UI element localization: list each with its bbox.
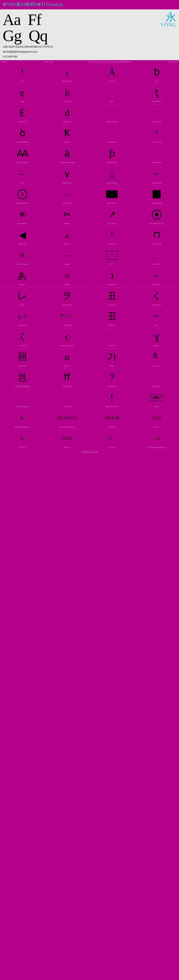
glyph-cell: 丑 CJK Strokes <box>90 288 134 308</box>
glyph-cell: ヲ Bopomofo Ext <box>45 288 90 308</box>
glyph-label: Cyrillic <box>20 100 25 104</box>
glyph-label: Katakana <box>64 284 70 287</box>
glyph-row: ζ Cyclic Ext B c Modifier Tone Letters ৎ… <box>0 328 179 348</box>
glyph-cell: ！ Half And Full Forms <box>90 389 134 409</box>
glyph-label: Cyclic Ext B <box>18 345 26 348</box>
glyph-cell: 岂 CJK Compat Ideographs <box>0 369 45 389</box>
glyph-cell: È Cyrillic Ext C <box>0 104 45 124</box>
glyph-symbol: アパト <box>59 309 75 324</box>
glyph-symbol: c <box>65 329 69 344</box>
glyph-row: 岂 CJK Compat Ideographs ﬀ Alphabetic PF … <box>0 369 179 389</box>
glyph-row: (⌐) Enclosed CJK アパト CJK Compat 丑 CJK Ex… <box>0 308 179 328</box>
glyph-symbol: h <box>65 85 69 100</box>
glyph-symbol: ヲ <box>62 288 72 304</box>
glyph-row: ę Cyrillic h Cyrillic Sup ʼ Jamo ƫ Diac … <box>0 84 179 104</box>
glyph-label: Misc Arrows <box>18 243 26 246</box>
glyph-label: Modifier Tone Letters <box>60 345 74 348</box>
glyph-row: Ꜳ Currency Symbols ȧ Diac Hints Ext Symb… <box>0 145 179 165</box>
glyph-symbol: (⌐) <box>18 309 26 324</box>
glyph-symbol: 가 <box>107 349 117 364</box>
glyph-label: Sup Punctuation <box>152 243 162 246</box>
glyph-symbol: Ꝁ <box>64 126 70 141</box>
glyph-label: Hangul <box>110 365 114 368</box>
yong-pinyin: YŎNG <box>160 22 176 27</box>
glyph-symbol: 🀱🀲 <box>152 410 161 426</box>
glyph-label: Jamo Ext B <box>153 365 160 368</box>
glyph-cell: ∨ Math Operators <box>45 165 90 186</box>
glyph-cell: ？ Vertical Forms <box>90 369 134 389</box>
glyph-cell: α Latin Ext E <box>45 348 90 369</box>
glyph-symbol <box>153 187 161 202</box>
glyph-symbol: ƫ <box>155 85 158 100</box>
glyph-label: Misc Symbols <box>18 223 27 226</box>
glyph-cell: 1 Enclosed Alphanum <box>0 186 45 206</box>
glyph-label: Kangxi <box>65 263 70 266</box>
glyph-cell: ⁰ Number Forms <box>134 145 179 165</box>
glyph-label: CJK Compat Ideographs <box>14 385 30 388</box>
glyph-row: 1 Enclosed Alphanum — Box Drawing Block … <box>0 186 179 206</box>
glyph-label: Hiragana <box>19 284 25 287</box>
glyph-label: CJK Ext A <box>109 446 115 450</box>
glyph-cell: ᵿ♬♭ CJK Compat Ideographic Sup <box>134 430 179 450</box>
glyph-symbol: 丑 <box>107 288 117 304</box>
glyph-cell: ৎ Latin Ext D <box>90 328 134 348</box>
glyph-symbol: OBJ <box>150 390 163 405</box>
glyph-cell: = Katakana <box>45 267 90 287</box>
glyph-cell: IDC <box>90 247 134 267</box>
glyph-cell: ðᵿ Enclosed Alphanum Sup <box>0 409 45 430</box>
glyph-symbol: ˀ <box>111 105 113 121</box>
glyph-cell: 一 CJK <box>134 308 179 328</box>
glyph-cell: ≡ CJK Radicals Sup <box>0 247 45 267</box>
glyph-symbol: — <box>64 248 70 263</box>
glyph-symbol: 🀵🀶🀷 <box>104 410 119 426</box>
glyph-row: レ Kanbun ヲ Bopomofo Ext 丑 CJK Strokes く … <box>0 288 179 308</box>
glyph-label: Diac Hints Ext <box>152 100 161 104</box>
glyph-label: Diacriticals <box>108 80 115 83</box>
glyph-label: Katakana Ext <box>152 304 161 307</box>
glyph-symbol: = <box>64 268 70 283</box>
glyph-label: Pil Est <box>20 80 24 83</box>
glyph-label: CJK Compat Forms <box>16 406 29 409</box>
glyph-label: Latin Ext Additional <box>16 141 29 145</box>
glyph-cell: ₑ Latin Ext C <box>45 226 90 247</box>
glyph-symbol: ✂ <box>63 207 71 222</box>
glyph-label: Half Marks <box>153 385 160 388</box>
glyph-cell: ! Pil Est <box>0 64 45 84</box>
glyph-cell: ƥ Letterlike Symbols <box>90 145 134 165</box>
glyph-symbol <box>106 248 118 263</box>
glyph-cell: ı Modifier Letters <box>45 64 90 84</box>
glyph-symbol: ′ <box>156 370 157 385</box>
glyph-label: Sup Arrows B <box>107 223 117 226</box>
glyph-cell: «🀱🀲 CJK Ext E <box>45 430 90 450</box>
glyph-cell: ⌐ Compat Jamo <box>134 267 179 287</box>
glyph-row: 丽 Jamo Ext A α Latin Ext E 가 Hangul ᄒ Ja… <box>0 348 179 369</box>
glyph-symbol: ʼ <box>111 85 113 100</box>
glyph-symbol: đ <box>65 105 69 121</box>
glyph-cell: 가 Hangul <box>90 348 134 369</box>
glyph-label: Misc Technosur <box>107 182 117 185</box>
glyph-symbol: ⌐ <box>154 166 160 181</box>
uppercase-alphabet: ABCDEFGHIJKLMNOPQRSTUVWXYZ <box>3 45 176 49</box>
glyph-label: Enclosed Ideographic Sup <box>59 426 75 429</box>
glyph-cell: ð♩♫ CJK Ext A <box>90 430 134 450</box>
glyph-label: Bopomofo <box>109 284 115 287</box>
enclosed-1: 1 <box>18 189 27 199</box>
glyph-cell: ✳ Misc Symbols <box>0 206 45 226</box>
glyph-symbol: ȧ <box>64 146 70 161</box>
glyph-cell: ⁰ Super And Sub <box>134 125 179 145</box>
glyph-label: Bopomofo Ext <box>62 304 72 307</box>
glyph-symbol: ৎ <box>111 329 113 344</box>
glyph-symbol: α <box>65 349 70 364</box>
glyph-label: Diac Hints Sup <box>152 121 161 124</box>
glyph-symbol: Ā <box>109 65 115 80</box>
glyph-symbol: ƀ <box>154 65 160 80</box>
glyph-row: ◀ Misc Arrows ₑ Latin Ext C ⁶ Cyrillic E… <box>0 226 179 247</box>
glyph-symbol: — <box>64 187 70 202</box>
glyph-cell: Block Elements <box>90 186 134 206</box>
latin-ext-b-label: Latin Ext B <box>168 61 177 63</box>
glyph-label: Modifier Letters <box>62 80 72 83</box>
glyph-cell: ◀ Misc Arrows <box>0 226 45 247</box>
glyph-cell: (⌐) Enclosed CJK <box>0 308 45 328</box>
glyph-symbol: ≡ <box>20 248 25 263</box>
glyph-label: CJK Ext C <box>153 426 160 429</box>
